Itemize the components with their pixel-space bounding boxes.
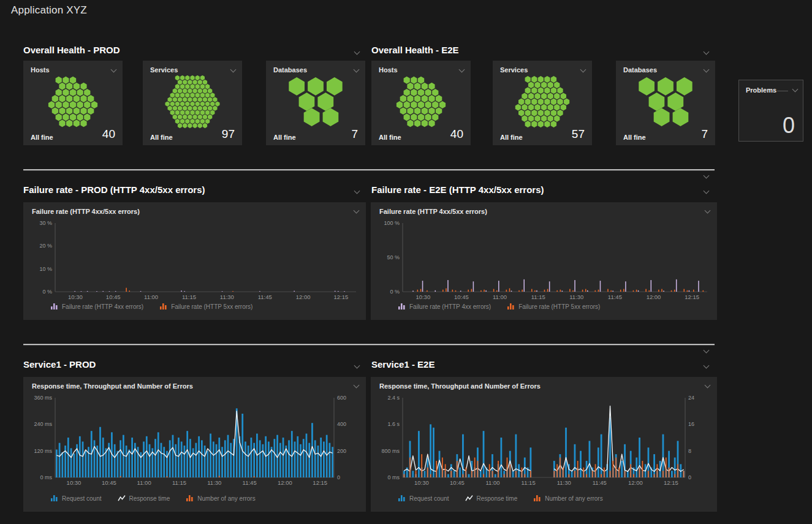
svg-text:10:30: 10:30 — [415, 294, 430, 300]
health-tile-services-prod[interactable]: ServicesAll fine97 — [143, 61, 242, 145]
health-tile-title: Databases — [623, 66, 657, 74]
service1-prod-plot[interactable]: 0 ms120 ms240 ms360 ms020040060010:3010:… — [28, 393, 361, 487]
legend-label: Response time — [129, 495, 170, 502]
chevron-down-icon[interactable] — [354, 188, 361, 196]
health-tile-databases-prod[interactable]: DatabasesAll fine7 — [266, 61, 365, 145]
svg-text:20 %: 20 % — [39, 243, 52, 249]
chart-legend: Request countResponse timeNumber of any … — [398, 495, 603, 502]
legend-label: Request count — [62, 495, 102, 502]
chevron-down-icon[interactable] — [353, 67, 360, 74]
svg-text:12:15: 12:15 — [313, 479, 327, 486]
legend-item[interactable]: Request count — [398, 495, 449, 502]
section-divider — [23, 344, 715, 345]
legend-bars-icon — [398, 495, 406, 502]
legend-label: Number of any errors — [197, 495, 255, 502]
health-status-label: All fine — [273, 134, 296, 141]
chevron-down-icon[interactable] — [703, 188, 710, 196]
chevron-down-icon[interactable] — [110, 67, 118, 74]
problems-trend-line — [777, 91, 788, 91]
health-tile-databases-e2e[interactable]: DatabasesAll fine7 — [616, 61, 715, 145]
health-tile-hosts-prod[interactable]: HostsAll fine40 — [23, 61, 123, 145]
legend-item[interactable]: Response time — [465, 495, 518, 502]
legend-item[interactable]: Failure rate (HTTP 5xx errors) — [507, 303, 600, 310]
legend-item[interactable]: Request count — [50, 495, 102, 502]
section-title-health-e2e: Overall Health - E2E — [371, 45, 459, 55]
hexagon-icons — [23, 75, 123, 128]
svg-text:12:15: 12:15 — [664, 479, 678, 486]
service1-e2e-chart-card[interactable]: Response time, Throughput and Number of … — [371, 377, 717, 512]
chevron-down-icon[interactable] — [458, 67, 466, 74]
chevron-down-icon[interactable] — [703, 173, 710, 180]
chevron-down-icon[interactable] — [230, 67, 237, 74]
legend-item[interactable]: Response time — [118, 495, 170, 502]
hexagon-icons — [493, 75, 592, 128]
failure-rate-e2e-plot[interactable]: 0 %50 %100 %10:3010:4511:0011:1511:3011:… — [376, 218, 712, 302]
chevron-down-icon[interactable] — [580, 67, 587, 74]
hexagon-icons — [266, 75, 365, 128]
svg-text:11:00: 11:00 — [137, 479, 151, 486]
svg-text:200: 200 — [337, 448, 346, 454]
health-tile-services-e2e[interactable]: ServicesAll fine57 — [493, 61, 592, 145]
chevron-down-icon[interactable] — [704, 208, 711, 215]
section-title-health-prod: Overall Health - PROD — [23, 45, 120, 55]
chevron-down-icon[interactable] — [703, 363, 710, 370]
health-tile-hosts-e2e[interactable]: HostsAll fine40 — [371, 61, 471, 145]
svg-text:11:15: 11:15 — [182, 294, 196, 300]
dashboard-title: Application XYZ — [11, 4, 87, 17]
svg-text:100 %: 100 % — [384, 220, 400, 226]
legend-bars-icon — [507, 303, 515, 310]
legend-item[interactable]: Failure rate (HTTP 4xx errors) — [50, 303, 143, 310]
svg-text:0 ms: 0 ms — [40, 474, 52, 480]
health-tile-title: Databases — [273, 66, 307, 74]
health-count: 7 — [701, 127, 708, 141]
health-count: 97 — [222, 127, 235, 141]
chevron-down-icon[interactable] — [703, 49, 710, 56]
failure-rate-prod-chart-card[interactable]: Failure rate (HTTP 4xx/5xx errors) 0 %10… — [23, 202, 366, 320]
legend-label: Failure rate (HTTP 5xx errors) — [171, 303, 252, 310]
svg-text:50 %: 50 % — [387, 254, 400, 260]
svg-text:12:00: 12:00 — [278, 479, 292, 486]
problems-tile-title: Problems — [746, 86, 776, 94]
failure-rate-prod-plot[interactable]: 0 %10 %20 %30 %10:3010:4511:0011:1511:30… — [28, 218, 361, 302]
chevron-down-icon[interactable] — [353, 382, 360, 390]
chevron-down-icon[interactable] — [704, 382, 711, 390]
legend-item[interactable]: Number of any errors — [533, 495, 602, 502]
legend-item[interactable]: Failure rate (HTTP 4xx errors) — [398, 303, 491, 310]
chevron-down-icon[interactable] — [354, 49, 361, 56]
problems-tile[interactable]: Problems 0 — [738, 80, 803, 142]
svg-text:10:30: 10:30 — [68, 294, 83, 300]
svg-text:10 %: 10 % — [39, 266, 52, 272]
chevron-down-icon[interactable] — [354, 363, 361, 370]
health-status-label: All fine — [150, 134, 173, 141]
section-divider — [23, 169, 715, 170]
legend-label: Request count — [409, 495, 449, 502]
svg-text:2.4 s: 2.4 s — [387, 395, 400, 401]
health-status-label: All fine — [379, 134, 401, 141]
service1-e2e-plot[interactable]: 0 ms800 ms1.6 s2.4 s08162410:3010:4511:0… — [376, 393, 712, 487]
legend-label: Number of any errors — [545, 495, 602, 502]
honeycomb-chart — [266, 75, 365, 128]
section-title-service-prod: Service1 - PROD — [23, 359, 96, 370]
section-title-service-e2e: Service1 - E2E — [371, 359, 434, 370]
svg-text:12:15: 12:15 — [334, 294, 349, 300]
service1-prod-chart-card[interactable]: Response time, Throughput and Number of … — [23, 377, 366, 512]
chart-tile-title: Response time, Throughput and Number of … — [32, 382, 193, 390]
svg-text:360 ms: 360 ms — [34, 395, 52, 401]
chevron-down-icon[interactable] — [353, 208, 360, 215]
health-count: 40 — [450, 127, 463, 141]
chevron-down-icon[interactable] — [703, 347, 710, 355]
failure-rate-e2e-chart-card[interactable]: Failure rate (HTTP 4xx/5xx errors) 0 %50… — [371, 202, 717, 320]
legend-bars-icon — [50, 495, 58, 502]
chevron-down-icon[interactable] — [703, 67, 710, 74]
legend-item[interactable]: Failure rate (HTTP 5xx errors) — [159, 303, 252, 310]
legend-item[interactable]: Number of any errors — [186, 495, 255, 502]
chevron-down-icon[interactable] — [792, 86, 799, 94]
svg-text:24: 24 — [688, 395, 694, 401]
svg-text:800 ms: 800 ms — [381, 448, 400, 454]
svg-text:11:30: 11:30 — [569, 294, 583, 300]
svg-text:0: 0 — [688, 474, 691, 480]
svg-text:11:30: 11:30 — [557, 479, 571, 486]
svg-text:30 %: 30 % — [39, 220, 52, 226]
svg-text:12:15: 12:15 — [685, 294, 699, 300]
svg-text:12:00: 12:00 — [296, 294, 311, 300]
